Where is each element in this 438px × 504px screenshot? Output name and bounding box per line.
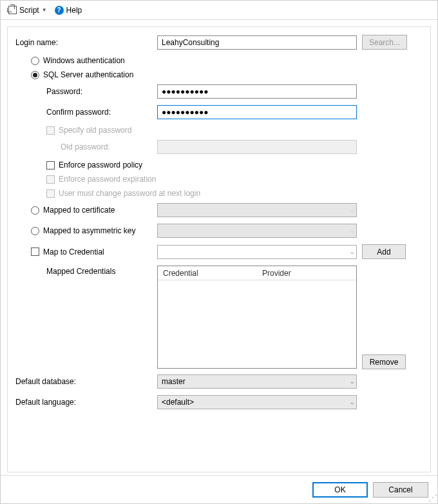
enforce-expiration-label: Enforce password expiration xyxy=(59,175,156,184)
default-language-combo[interactable]: <default> ⌵ xyxy=(157,395,357,409)
search-button: Search... xyxy=(362,35,407,50)
mapped-asym-radio[interactable] xyxy=(31,227,39,235)
default-database-label: Default database: xyxy=(15,377,157,386)
chevron-down-icon: ⌵ xyxy=(350,399,354,405)
sql-auth-radio[interactable] xyxy=(31,71,39,79)
mapped-asym-label: Mapped to asymmetric key xyxy=(43,226,135,235)
windows-auth-label: Windows authentication xyxy=(43,56,125,65)
script-icon xyxy=(8,6,17,14)
login-name-input[interactable] xyxy=(157,35,357,50)
password-input[interactable] xyxy=(157,84,357,99)
script-menu[interactable]: Script ▼ xyxy=(6,5,50,16)
confirm-password-input[interactable] xyxy=(157,105,357,119)
enforce-policy-checkbox[interactable] xyxy=(46,161,55,170)
help-icon: ? xyxy=(55,6,64,15)
chevron-down-icon: ⌵ xyxy=(350,228,354,234)
mapped-cert-radio[interactable] xyxy=(31,206,39,215)
col-credential: Credential xyxy=(158,266,257,280)
map-credential-checkbox[interactable] xyxy=(31,247,39,256)
enforce-policy-label: Enforce password policy xyxy=(59,160,142,170)
default-language-value: <default> xyxy=(162,398,194,407)
map-credential-combo[interactable]: ⌵ xyxy=(157,245,357,259)
mapped-cert-label: Mapped to certificate xyxy=(43,206,115,215)
specify-old-password-checkbox xyxy=(46,126,55,135)
remove-button[interactable]: Remove xyxy=(362,354,406,369)
default-database-value: master xyxy=(162,377,186,386)
map-credential-label: Map to Credential xyxy=(43,247,104,257)
mapped-asym-combo: ⌵ xyxy=(157,224,357,238)
old-password-input xyxy=(157,140,357,154)
chevron-down-icon: ⌵ xyxy=(350,249,354,255)
mapped-cert-combo: ⌵ xyxy=(157,203,357,217)
resize-grip-icon[interactable]: ⋰ xyxy=(428,494,436,502)
ok-button[interactable]: OK xyxy=(312,482,368,498)
col-provider: Provider xyxy=(257,266,356,280)
login-name-label: Login name: xyxy=(15,38,157,47)
old-password-label: Old password: xyxy=(15,142,157,151)
sql-auth-label: SQL Server authentication xyxy=(43,70,133,79)
toolbar: Script ▼ ? Help xyxy=(1,1,437,20)
script-label: Script xyxy=(19,6,39,15)
chevron-down-icon: ⌵ xyxy=(350,378,354,385)
windows-auth-radio[interactable] xyxy=(31,57,39,65)
dialog-footer: OK Cancel ⋰ xyxy=(1,475,437,503)
mapped-credentials-table[interactable]: Credential Provider xyxy=(157,266,357,369)
chevron-down-icon: ▼ xyxy=(42,7,47,13)
must-change-checkbox xyxy=(46,189,55,198)
password-label: Password: xyxy=(15,87,157,96)
default-language-label: Default language: xyxy=(15,398,157,407)
default-database-combo[interactable]: master ⌵ xyxy=(157,374,357,389)
specify-old-password-label: Specify old password xyxy=(59,126,131,135)
enforce-expiration-checkbox xyxy=(46,175,55,184)
mapped-credentials-label: Mapped Credentials xyxy=(15,266,157,276)
add-button[interactable]: Add xyxy=(362,244,406,259)
help-label: Help xyxy=(66,6,82,15)
table-header: Credential Provider xyxy=(158,266,356,280)
chevron-down-icon: ⌵ xyxy=(350,207,354,213)
cancel-button[interactable]: Cancel xyxy=(373,482,428,498)
must-change-label: User must change password at next login xyxy=(59,189,200,198)
help-menu[interactable]: ? Help xyxy=(52,5,85,16)
confirm-password-label: Confirm password: xyxy=(15,108,157,117)
login-properties-panel: Login name: Search... Windows authentica… xyxy=(7,26,431,472)
